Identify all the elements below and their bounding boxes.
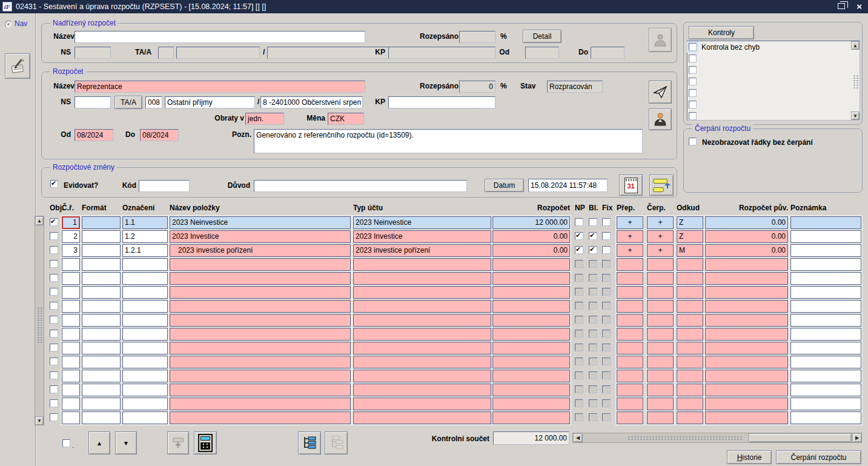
cell-rozpocet_puv[interactable] [705, 314, 788, 327]
cell-rozpocet_puv[interactable] [705, 300, 788, 313]
datum-button[interactable]: Datum [485, 179, 524, 192]
kontroly-scroll-down-icon[interactable]: ▼ [851, 112, 860, 120]
cell-checkbox-bl[interactable] [589, 358, 597, 365]
cell-rozpocet[interactable]: 0.00 [492, 244, 570, 257]
cell-checkbox-obj[interactable] [50, 302, 58, 310]
cell-odkud[interactable]: Z [677, 230, 703, 243]
kontroly-scroll-up-icon[interactable]: ▲ [851, 41, 860, 50]
cell-checkbox-fix[interactable] [602, 260, 611, 268]
cell-rozpocet[interactable] [492, 384, 570, 396]
insert-row-button[interactable] [167, 431, 189, 454]
cell-poznamka[interactable] [790, 411, 861, 424]
kontroly-item-checkbox[interactable] [689, 78, 697, 85]
cell-odkud[interactable] [677, 398, 703, 410]
cell-nazev[interactable] [170, 286, 351, 299]
cell-typ[interactable] [353, 398, 491, 410]
cell-checkbox-bl[interactable] [589, 288, 597, 296]
cell-rozpocet[interactable] [492, 314, 570, 327]
move-down-button[interactable]: ▼ [115, 431, 137, 454]
cell-cerp[interactable]: + [647, 244, 674, 257]
cell-rozpocet_puv[interactable]: 0.00 [705, 216, 788, 229]
cerpani-rozpoctu-button[interactable]: Čerpání rozpočtu [776, 450, 861, 464]
cell-typ[interactable] [353, 258, 491, 271]
kod-input[interactable] [139, 180, 190, 192]
cell-checkbox-obj[interactable] [50, 260, 58, 268]
cell-format[interactable] [82, 342, 121, 354]
calculator-button[interactable] [194, 431, 217, 454]
evidovat-checkbox[interactable] [50, 180, 58, 188]
cell-checkbox-bl[interactable] [589, 218, 597, 226]
cell-prep[interactable] [617, 328, 643, 341]
cell-cerp[interactable] [647, 272, 674, 285]
cell-rozpocet[interactable]: 12 000.00 [492, 216, 570, 229]
cell-odkud[interactable] [677, 384, 703, 396]
cell-format[interactable] [82, 411, 121, 424]
cell-cr[interactable]: 3 [62, 244, 80, 257]
cell-checkbox-bl[interactable] [589, 316, 597, 324]
move-up-button[interactable]: ▲ [88, 431, 110, 454]
cell-odkud[interactable] [677, 356, 703, 368]
cell-rozpocet_puv[interactable] [705, 384, 788, 396]
cell-cerp[interactable] [647, 398, 674, 410]
cell-oznaceni[interactable]: 1.1 [122, 216, 168, 229]
cell-checkbox-bl[interactable] [589, 232, 597, 240]
budget-od-field[interactable]: 08/2024 [75, 129, 113, 141]
cell-cr[interactable] [62, 300, 80, 313]
person-button[interactable] [649, 108, 672, 130]
cell-poznamka[interactable] [790, 258, 861, 271]
budget-do-field[interactable]: 08/2024 [140, 129, 179, 141]
cell-checkbox-obj[interactable] [50, 358, 58, 365]
cell-prep[interactable] [617, 272, 643, 285]
cell-prep[interactable] [617, 398, 643, 410]
cell-format[interactable] [82, 356, 121, 368]
cell-prep[interactable] [617, 286, 643, 299]
cell-checkbox-bl[interactable] [589, 344, 597, 351]
datum-input[interactable]: 15.08.2024 11:57:48 [528, 179, 608, 192]
cell-rozpocet[interactable] [492, 286, 570, 299]
cell-oznaceni[interactable] [122, 328, 168, 341]
cell-checkbox-fix[interactable] [602, 344, 611, 351]
cell-cr[interactable] [62, 328, 80, 341]
cell-typ[interactable] [353, 370, 491, 382]
cell-checkbox-fix[interactable] [602, 288, 611, 296]
hscroll-left-icon[interactable]: ◀ [573, 433, 583, 442]
cell-checkbox-obj[interactable] [50, 330, 58, 338]
cell-checkbox-np[interactable] [575, 274, 583, 282]
cell-checkbox-np[interactable] [575, 371, 583, 379]
cell-checkbox-fix[interactable] [602, 316, 611, 324]
cell-format[interactable] [82, 258, 121, 271]
cell-cerp[interactable]: + [647, 230, 674, 243]
cell-checkbox-fix[interactable] [602, 358, 611, 365]
kontroly-item-checkbox[interactable] [689, 55, 697, 62]
cell-oznaceni[interactable] [122, 384, 168, 396]
parent-name-input[interactable] [75, 31, 365, 43]
cell-rozpocet_puv[interactable] [705, 286, 788, 299]
cell-odkud[interactable] [677, 314, 703, 327]
cell-cr[interactable] [62, 272, 80, 285]
cell-odkud[interactable] [677, 286, 703, 299]
table-horizontal-scrollbar[interactable]: ◀ ▶ [572, 433, 862, 443]
cell-checkbox-np[interactable] [575, 288, 583, 296]
cell-prep[interactable] [617, 300, 643, 313]
edit-notes-button[interactable] [5, 53, 30, 79]
cell-poznamka[interactable] [790, 216, 861, 229]
window-restore-icon[interactable] [838, 3, 845, 9]
mena-field[interactable]: CZK [328, 113, 364, 125]
kontroly-item-checkbox[interactable] [689, 66, 697, 74]
cell-cerp[interactable]: + [647, 216, 674, 229]
cell-checkbox-fix[interactable] [602, 413, 611, 421]
cell-cr[interactable] [62, 370, 80, 382]
cell-odkud[interactable] [677, 300, 703, 313]
cell-typ[interactable] [353, 342, 491, 354]
cell-rozpocet[interactable] [492, 370, 570, 382]
hscroll-right-icon[interactable]: ▶ [852, 433, 862, 442]
cell-oznaceni[interactable] [122, 258, 168, 271]
cell-checkbox-fix[interactable] [602, 274, 611, 282]
footer-row-checkbox[interactable] [62, 439, 70, 447]
cell-nazev[interactable] [170, 411, 351, 424]
cell-cerp[interactable] [647, 314, 674, 327]
cell-oznaceni[interactable] [122, 398, 168, 410]
tree-view-alt-button[interactable] [325, 431, 348, 454]
cell-format[interactable] [82, 384, 121, 396]
cell-rozpocet[interactable] [492, 258, 570, 271]
